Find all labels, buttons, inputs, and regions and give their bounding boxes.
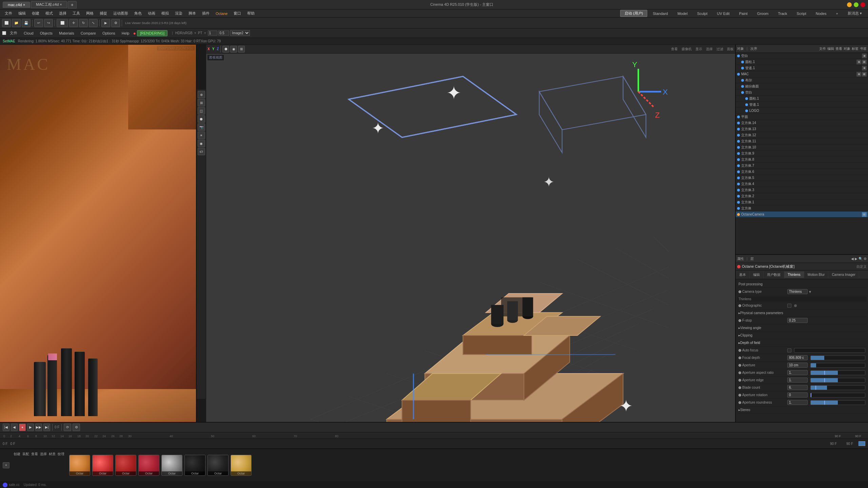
obj-row-empty-1[interactable]: 空白 ◉ [736,53,868,59]
obj-tag-mac[interactable]: ▦ [862,72,867,77]
sidebar-tag-btn[interactable]: 🏷 [198,148,205,155]
aperture-slider[interactable] [810,363,865,368]
obj-row-cube1[interactable]: 立方体.1 [736,199,868,205]
menu-character[interactable]: 角色 [132,10,144,17]
obj-row-empty2[interactable]: 空白 [736,89,868,96]
dof-row[interactable]: ▸Depth of field [737,339,867,347]
mode-sculpt[interactable]: Sculpt [693,11,712,16]
mat-swatch-4[interactable]: Octar [138,455,159,476]
obj-vis-mac[interactable]: ◉ [856,72,861,77]
aperture-value[interactable]: 10 cm [787,363,808,368]
mode-model[interactable]: Model [673,11,692,16]
tool-render-settings[interactable]: ⚙ [111,19,120,27]
mat-add-btn[interactable]: + [3,462,9,468]
sidebar-view-btn[interactable]: ◫ [198,107,205,115]
attr-nav-next[interactable]: ▶ [855,257,857,261]
close-button[interactable] [861,2,865,7]
menu-tools[interactable]: 工具 [70,10,83,17]
sidebar-snap-btn[interactable]: ⊕ [198,91,205,98]
sidebar-mat-btn[interactable]: ◉ [198,140,205,147]
mode-uv-edit[interactable]: UV Edit [713,11,733,16]
tool-rotate[interactable]: ↻ [79,19,88,27]
obj-row-cube[interactable]: 立方体 [736,205,868,211]
tool-render[interactable]: ▶ [101,19,110,27]
mode-paint[interactable]: Paint [735,11,752,16]
physical-camera-row[interactable]: ▸Physical camera parameters [737,309,867,317]
stereo-row[interactable]: ▸Stereo [737,406,867,414]
aperture-aspect-slider[interactable] [810,370,865,375]
menu-animate[interactable]: 动画 [145,10,158,17]
viewport-canvas[interactable]: 透视视图 [206,54,735,465]
mode-add[interactable]: + [832,11,842,16]
menu-snap[interactable]: 捕捉 [97,10,110,17]
obj-row-cube12[interactable]: 立方体.12 [736,132,868,138]
tool-undo[interactable]: ↩ [34,19,43,27]
aperture-rotation-slider[interactable] [810,393,865,398]
obj-row-cyl12[interactable]: 圆柱.1 [736,96,868,102]
toolbar2-cloud[interactable]: Cloud [21,30,36,36]
toolbar2-options[interactable]: Options [100,30,118,36]
tab-compile[interactable]: 编辑 [750,271,764,279]
menu-select[interactable]: 选择 [56,10,69,17]
obj-row-plane[interactable]: 平面 [736,114,868,120]
obj-row-cube9[interactable]: 立方体.9 [736,150,868,157]
menu-edit[interactable]: 编辑 [16,10,28,17]
tl-next-frame[interactable]: ▶▶ [35,424,42,431]
obj-row-cube10[interactable]: 立方体.10 [736,144,868,150]
obj-toolbar-obj[interactable]: 对象 [844,46,850,51]
mat-swatch-6[interactable]: Octar [184,455,205,476]
menu-file[interactable]: 文件 [2,10,15,17]
obj-row-cube8[interactable]: 立方体.8 [736,157,868,163]
vp-tool-2[interactable]: ◉ [230,46,237,53]
tl-play-btn[interactable]: ▶ [27,424,34,431]
render-opacity-input[interactable] [218,30,229,36]
sidebar-obj-btn[interactable]: ⬢ [198,115,205,123]
obj-row-subd[interactable]: 細分曲面 [736,83,868,89]
autofocus-checkbox[interactable] [787,348,791,352]
tl-settings-btn[interactable]: ⚙ [73,424,80,431]
obj-row-cube3[interactable]: 立方体.3 [736,187,868,193]
aperture-edge-slider[interactable] [810,378,865,383]
tab-add[interactable]: + [68,1,77,8]
ortho-checkbox[interactable] [787,304,791,308]
tool-scale[interactable]: ⤡ [89,19,98,27]
aperture-rotation-value[interactable]: 0 [787,392,808,398]
toolbar2-rendering[interactable]: [RENDERING] [137,30,167,36]
tl-prev-frame[interactable]: ◀ [11,424,18,431]
mode-script[interactable]: Script [793,11,810,16]
obj-vis-1[interactable]: ◉ [862,54,867,58]
obj-row-mac[interactable]: MAC ◉ ▦ [736,71,868,77]
tab-mac-project[interactable]: MAC工程.c4d × [31,1,67,8]
obj-toolbar-view[interactable]: 查看 [835,46,842,51]
toolbar2-compare[interactable]: Compare [78,30,99,36]
toolbar2-materials[interactable]: Materials [56,30,77,36]
mat-swatch-2[interactable]: Octar [92,455,113,476]
obj-row-octanecam[interactable]: OctaneCamera ▦ [736,211,868,218]
tab-mac-c4d[interactable]: mac.c4d × [3,2,30,8]
autofocus-slider[interactable] [794,348,865,353]
tl-next-btn[interactable]: ▶| [43,424,50,431]
obj-row-pipe1[interactable]: 管道.1 ◉ [736,65,868,71]
tab-basic[interactable]: 基本 [736,271,750,279]
obj-row-cube7[interactable]: 立方体.7 [736,163,868,169]
obj-row-cube14[interactable]: 立方体.14 [736,120,868,126]
menu-create[interactable]: 创建 [29,10,42,17]
tool-save[interactable]: 💾 [22,19,31,27]
tl-loop-btn[interactable]: ⟳ [64,424,71,431]
focal-depth-value[interactable]: 806.809 c [787,355,808,360]
vp-tool-3[interactable]: ⊞ [238,46,245,53]
timeline-playhead[interactable] [859,441,865,446]
camera-type-dropdown[interactable]: ▾ [809,289,811,294]
sidebar-cam-btn[interactable]: 📷 [198,123,205,131]
mode-standard[interactable]: Standard [649,11,672,16]
maximize-button[interactable] [854,2,859,7]
sidebar-light-btn[interactable]: ☀ [198,131,205,139]
focal-depth-slider[interactable] [810,355,865,360]
tool-new[interactable]: ⬜ [2,19,11,27]
tab-userdata[interactable]: 用户数据 [764,271,784,279]
menu-simulate[interactable]: 模拟 [159,10,172,17]
tool-select[interactable]: ⬜ [57,19,68,27]
tab-camera-imager[interactable]: Camera Imager [828,271,859,278]
mode-track[interactable]: Track [774,11,791,16]
mode-startup[interactable]: 启动 (用户) [620,10,647,17]
